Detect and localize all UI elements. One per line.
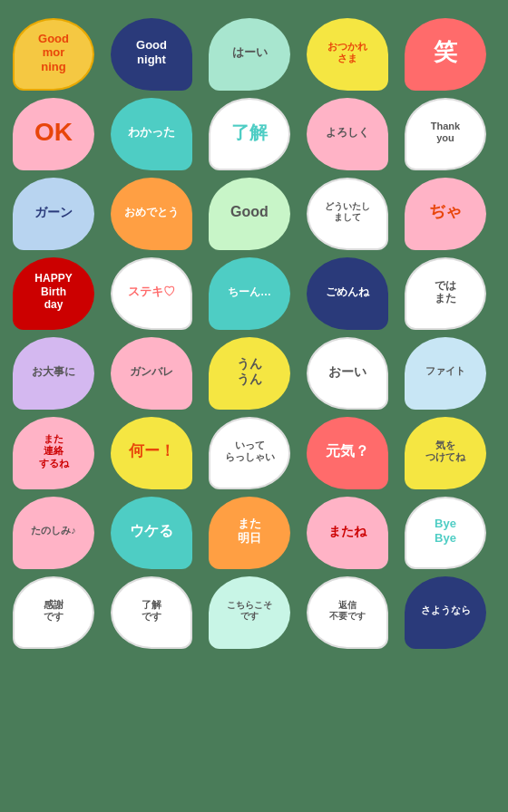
sticker-13[interactable]: Good [209,178,290,250]
sticker-12-text: おめでとう [124,206,179,218]
sticker-27-text: 何ー！ [129,442,175,460]
sticker-36-text: 感謝 です [44,599,64,623]
sticker-26[interactable]: また 連絡 するね [13,417,94,489]
sticker-36[interactable]: 感謝 です [13,576,94,649]
sticker-9[interactable]: よろしく [307,98,388,170]
sticker-30[interactable]: 気を つけてね [405,417,486,489]
sticker-21-text: お大事に [32,365,75,378]
sticker-5[interactable]: 笑 [405,18,486,91]
sticker-8-text: 了解 [231,121,268,143]
sticker-24-text: おーい [328,364,366,380]
sticker-16-text: HAPPY Birth day [34,272,72,311]
sticker-29-text: 元気？ [326,442,369,459]
sticker-37-text: 了解 です [142,599,161,623]
sticker-26-text: また 連絡 するね [39,433,69,469]
sticker-4[interactable]: おつかれ さま [307,18,388,91]
sticker-23-text: うん うん [237,356,262,387]
sticker-3[interactable]: はーい [209,18,290,91]
sticker-34-text: またね [328,524,366,539]
sticker-37[interactable]: 了解 です [111,576,192,649]
sticker-31[interactable]: たのしみ♪ [13,497,94,569]
sticker-12[interactable]: おめでとう [111,178,192,250]
sticker-28[interactable]: いって らっしゃい [209,417,290,489]
sticker-22-text: ガンバレ [130,365,173,378]
sticker-10-text: Thank you [431,121,460,144]
sticker-18-text: ちーん… [228,285,271,298]
sticker-29[interactable]: 元気？ [307,417,388,489]
sticker-1-text: Good mor ning [38,32,69,74]
sticker-35-text: Bye Bye [435,517,456,545]
sticker-14[interactable]: どういたし まして [307,178,388,250]
sticker-17-text: ステキ♡ [128,285,175,299]
sticker-39-text: 返信 不要です [329,600,366,622]
sticker-8[interactable]: 了解 [209,98,290,170]
sticker-28-text: いって らっしゃい [225,440,275,463]
sticker-32[interactable]: ウケる [111,497,192,569]
sticker-35[interactable]: Bye Bye [405,497,486,569]
sticker-38-text: こちらこそ です [227,600,272,622]
sticker-19[interactable]: ごめんね [307,257,388,330]
sticker-40[interactable]: さようなら [405,576,486,649]
sticker-27[interactable]: 何ー！ [111,417,192,489]
sticker-15-text: ぢゃ [429,202,462,222]
sticker-7-text: わかった [128,125,175,140]
sticker-20-text: では また [435,279,456,305]
sticker-18[interactable]: ちーん… [209,257,290,330]
sticker-10[interactable]: Thank you [405,98,486,170]
sticker-39[interactable]: 返信 不要です [307,576,388,649]
sticker-31-text: たのしみ♪ [31,525,76,536]
sticker-14-text: どういたし まして [325,201,370,223]
sticker-2[interactable]: Good night [111,18,192,91]
sticker-15[interactable]: ぢゃ [405,178,486,250]
sticker-40-text: さようなら [421,604,471,616]
sticker-25-text: ファイト [425,365,465,377]
sticker-11[interactable]: ガーン [13,178,94,250]
sticker-24[interactable]: おーい [307,337,388,410]
sticker-25[interactable]: ファイト [405,337,486,410]
sticker-5-text: 笑 [434,38,457,66]
sticker-6[interactable]: OK [13,98,94,170]
sticker-11-text: ガーン [34,205,73,220]
sticker-9-text: よろしく [326,126,369,139]
sticker-32-text: ウケる [130,522,173,539]
sticker-23[interactable]: うん うん [209,337,290,410]
sticker-21[interactable]: お大事に [13,337,94,410]
sticker-33-text: また 明日 [238,517,261,545]
sticker-17[interactable]: ステキ♡ [111,257,192,330]
sticker-20[interactable]: では また [405,257,486,330]
sticker-16[interactable]: HAPPY Birth day [13,257,94,330]
sticker-13-text: Good [230,203,269,220]
sticker-22[interactable]: ガンバレ [111,337,192,410]
sticker-2-text: Good night [136,38,167,66]
sticker-1[interactable]: Good mor ning [13,18,94,91]
sticker-38[interactable]: こちらこそ です [209,576,290,649]
sticker-30-text: 気を つけてね [425,440,465,463]
sticker-grid: Good mor ning Good night はーい おつかれ さま 笑 O… [4,9,504,658]
sticker-4-text: おつかれ さま [327,41,367,64]
sticker-34[interactable]: またね [307,497,388,569]
sticker-3-text: はーい [232,45,268,60]
sticker-6-text: OK [34,117,73,148]
sticker-19-text: ごめんね [326,285,369,298]
sticker-7[interactable]: わかった [111,98,192,170]
sticker-33[interactable]: また 明日 [209,497,290,569]
